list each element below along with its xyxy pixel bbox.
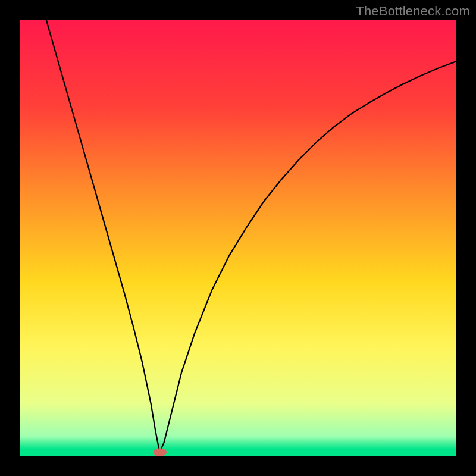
gradient-background bbox=[20, 20, 456, 456]
watermark-text: TheBottleneck.com bbox=[356, 4, 470, 19]
outer-frame: TheBottleneck.com bbox=[0, 0, 476, 476]
chart-svg bbox=[20, 20, 456, 456]
plot-area bbox=[20, 20, 456, 456]
